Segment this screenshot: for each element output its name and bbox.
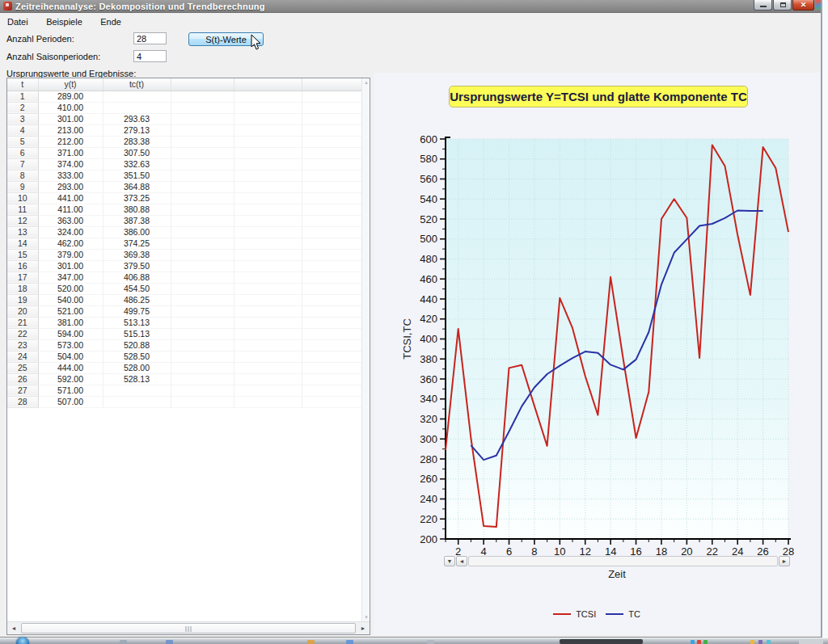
- table-row[interactable]: 25444.00528.00: [7, 362, 361, 373]
- cell-y: 301.00: [38, 113, 103, 124]
- app-icon: [3, 2, 12, 11]
- taskbar-app-icon[interactable]: [346, 640, 353, 644]
- mouse-cursor-icon: [250, 34, 263, 52]
- table-row[interactable]: 6371.00307.50: [7, 147, 361, 158]
- cell-tc: 369.38: [103, 249, 171, 260]
- start-orb-icon[interactable]: [16, 637, 29, 644]
- cell-empty: [302, 317, 361, 328]
- table-row[interactable]: 26592.00528.13: [7, 373, 361, 385]
- titlebar[interactable]: Zeitreihenanalyse: Dekomposition und Tre…: [0, 0, 821, 13]
- screen: Zeitreihenanalyse: Dekomposition und Tre…: [0, 0, 828, 644]
- table-row[interactable]: 27571.00: [7, 385, 361, 396]
- tray-icon[interactable]: [767, 640, 771, 644]
- cell-tc: 406.88: [103, 271, 171, 283]
- table-row[interactable]: 16301.00379.50: [7, 260, 361, 271]
- active-window-taskbar-button[interactable]: [560, 639, 643, 644]
- table-row[interactable]: 20521.00499.75: [7, 305, 361, 317]
- chart-scroll-right-icon[interactable]: ►: [779, 556, 790, 566]
- maximize-button[interactable]: [773, 0, 792, 11]
- table-row[interactable]: 1289.00: [7, 90, 361, 102]
- periods-label: Anzahl Perioden:: [6, 34, 74, 44]
- table-row[interactable]: 28507.00: [7, 396, 361, 407]
- chart-scroll-track[interactable]: [468, 556, 778, 566]
- column-header[interactable]: t: [7, 78, 38, 90]
- table-row[interactable]: 18520.00454.50: [7, 283, 361, 294]
- scrollbar-thumb[interactable]: [21, 623, 356, 633]
- table-row[interactable]: 13324.00386.00: [7, 226, 361, 238]
- cell-empty: [302, 362, 361, 373]
- table-horizontal-scrollbar[interactable]: ◄ ►: [7, 621, 370, 634]
- cell-t: 26: [7, 373, 38, 385]
- legend-item: TCSI: [553, 609, 596, 619]
- cell-y: 462.00: [38, 238, 103, 249]
- scroll-left-icon[interactable]: ◄: [7, 622, 20, 634]
- table-row[interactable]: 22594.00515.13: [7, 328, 361, 339]
- taskbar-app-icon[interactable]: [166, 640, 173, 644]
- cell-empty: [171, 238, 234, 249]
- table-row[interactable]: 3301.00293.63: [7, 113, 361, 124]
- svg-text:360: 360: [420, 373, 437, 385]
- chart-scroll-left-icon[interactable]: ◄: [456, 556, 467, 566]
- column-header[interactable]: tc(t): [103, 78, 171, 90]
- cell-empty: [171, 328, 234, 339]
- minimize-button[interactable]: [754, 0, 772, 11]
- tray-icon[interactable]: [750, 640, 754, 644]
- column-header[interactable]: [302, 78, 361, 90]
- cell-empty: [234, 147, 302, 158]
- column-header[interactable]: [171, 78, 234, 90]
- table-row[interactable]: 21381.00513.13: [7, 317, 361, 328]
- cell-empty: [234, 192, 302, 204]
- cell-y: 347.00: [38, 271, 103, 283]
- cell-empty: [171, 339, 234, 351]
- table-row[interactable]: 10441.00373.25: [7, 192, 361, 204]
- table-row[interactable]: 11411.00380.88: [7, 204, 361, 215]
- column-header[interactable]: [234, 78, 302, 90]
- clock-area[interactable]: [799, 639, 823, 644]
- table-row[interactable]: 23573.00520.88: [7, 339, 361, 351]
- taskbar-app-icon[interactable]: [307, 640, 315, 644]
- table-row[interactable]: 17347.00406.88: [7, 271, 361, 283]
- table-row[interactable]: 7374.00332.63: [7, 158, 361, 170]
- cell-y: 504.00: [38, 351, 103, 362]
- scroll-right-icon[interactable]: ►: [357, 622, 370, 634]
- tray-icon[interactable]: [697, 640, 701, 644]
- tray-icon[interactable]: [691, 640, 695, 644]
- cell-tc: 283.38: [103, 136, 171, 147]
- table-row[interactable]: 19540.00486.25: [7, 294, 361, 305]
- chart-scrollbar[interactable]: ▼ ◄ ►: [444, 556, 790, 567]
- table-vertical-scrollbar[interactable]: ▲ ▼: [361, 78, 370, 621]
- tray-icon[interactable]: [703, 640, 708, 644]
- table-row[interactable]: 5212.00283.38: [7, 136, 361, 147]
- taskbar-app-icon[interactable]: [120, 640, 127, 644]
- table-row[interactable]: 9293.00364.88: [7, 181, 361, 192]
- cell-y: 520.00: [38, 283, 103, 294]
- table-row[interactable]: 24504.00528.50: [7, 351, 361, 362]
- table-row[interactable]: 12363.00387.38: [7, 215, 361, 226]
- table-row[interactable]: 8333.00351.50: [7, 170, 361, 181]
- tray-icon[interactable]: [758, 640, 763, 644]
- legend-item: TC: [606, 609, 640, 619]
- table-header-row[interactable]: ty(t)tc(t): [7, 78, 361, 90]
- menu-ende[interactable]: Ende: [93, 15, 129, 29]
- close-button[interactable]: ✕: [792, 0, 814, 11]
- table-row[interactable]: 2410.00: [7, 102, 361, 113]
- chart-scroll-dropdown-icon[interactable]: ▼: [444, 556, 455, 566]
- cell-empty: [302, 113, 361, 124]
- taskbar[interactable]: [0, 638, 828, 644]
- table-row[interactable]: 14462.00374.25: [7, 238, 361, 249]
- cell-empty: [234, 317, 302, 328]
- periods-input[interactable]: [133, 32, 167, 44]
- table-row[interactable]: 15379.00369.38: [7, 249, 361, 260]
- svg-text:240: 240: [420, 493, 437, 505]
- cell-y: 573.00: [38, 339, 103, 351]
- column-header[interactable]: y(t): [38, 78, 103, 90]
- taskbar-app-icon[interactable]: [427, 640, 434, 644]
- season-periods-input[interactable]: [133, 50, 167, 62]
- cell-t: 14: [7, 238, 38, 249]
- cell-empty: [171, 204, 234, 215]
- menu-beispiele[interactable]: Beispiele: [39, 15, 90, 29]
- cell-tc: 528.50: [103, 351, 171, 362]
- cell-t: 1: [7, 90, 38, 102]
- table-row[interactable]: 4213.00279.13: [7, 124, 361, 136]
- menu-datei[interactable]: Datei: [0, 15, 36, 29]
